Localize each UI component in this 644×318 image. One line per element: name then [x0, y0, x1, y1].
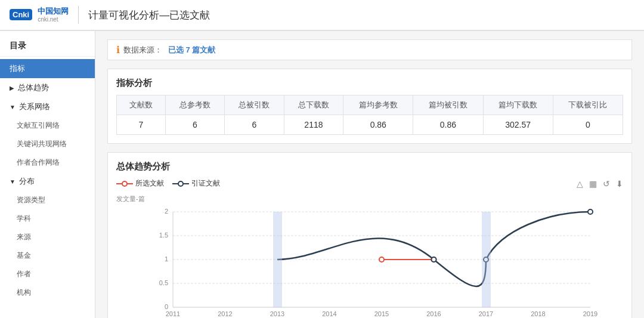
svg-text:1.5: 1.5 — [159, 231, 168, 239]
distribution-arrow: ▼ — [10, 178, 16, 185]
content-area: ℹ 数据来源： 已选 7 篇文献 指标分析 文献数 总参考数 总被引数 总下载数… — [95, 31, 644, 318]
datasource-icon: ℹ — [116, 44, 120, 55]
svg-text:2017: 2017 — [479, 310, 493, 317]
legend-cited-line — [172, 180, 189, 187]
legend-selected: 所选文献 — [116, 178, 164, 189]
col-zongbeiyin: 总被引数 — [225, 95, 284, 115]
col-pianyunbeiyin: 篇均被引数 — [413, 95, 483, 115]
col-pianyuncankao: 篇均参考数 — [343, 95, 413, 115]
tool-refresh-icon[interactable]: ↺ — [603, 179, 610, 189]
col-wenxianshu: 文献数 — [117, 95, 166, 115]
col-zongxiazai: 总下载数 — [284, 95, 343, 115]
sidebar-item-author-label: 作者合作网络 — [17, 158, 60, 168]
legend-selected-line — [116, 180, 133, 187]
tool-export-icon[interactable]: △ — [577, 179, 583, 189]
header: Cnki 中国知网 cnki.net 计量可视化分析—已选文献 — [0, 0, 644, 31]
sidebar-item-cite-network[interactable]: 文献互引网络 — [0, 116, 95, 135]
sidebar-item-subject[interactable]: 学科 — [0, 209, 95, 228]
svg-rect-32 — [482, 212, 491, 307]
chart-tools: △ ▦ ↺ ⬇ — [577, 179, 623, 189]
val-zongxiazai: 2118 — [284, 115, 343, 135]
sidebar-item-cite-label: 文献互引网络 — [17, 121, 60, 131]
sidebar-item-resource-type[interactable]: 资源类型 — [0, 191, 95, 209]
sidebar-item-author2-label: 作者 — [17, 269, 31, 279]
chart-y-label: 发文量-篇 — [116, 194, 623, 203]
logo: Cnki 中国知网 cnki.net — [10, 7, 69, 22]
logo-badge: Cnki — [10, 9, 32, 20]
stats-value-row: 7 6 6 2118 0.86 0.86 302.57 0 — [117, 115, 623, 135]
sidebar: 目录 指标 ▶ 总体趋势 ▼ 关系网络 文献互引网络 关键词共现网络 作者合作网… — [0, 31, 95, 318]
val-zongcankao: 6 — [165, 115, 224, 135]
sidebar-item-org-label: 机构 — [17, 288, 31, 298]
svg-text:2019: 2019 — [583, 310, 597, 317]
svg-point-1 — [122, 181, 127, 186]
page-title: 计量可视化分析—已选文献 — [88, 8, 210, 22]
chart-legend: 所选文献 引证文献 — [116, 178, 220, 189]
col-pianyunxiazai: 篇均下载数 — [483, 95, 553, 115]
sidebar-item-resource-label: 资源类型 — [17, 195, 45, 205]
legend-selected-label: 所选文献 — [135, 178, 164, 189]
tool-bar-icon[interactable]: ▦ — [589, 179, 597, 189]
sidebar-item-author[interactable]: 作者 — [0, 265, 95, 283]
chart-section: 总体趋势分析 所选文献 — [107, 152, 632, 318]
network-arrow: ▼ — [10, 104, 16, 110]
sidebar-item-index-label: 指标 — [10, 63, 25, 74]
sidebar-item-fund[interactable]: 基金 — [0, 246, 95, 265]
sidebar-item-distribution[interactable]: ▼ 分布 — [0, 172, 95, 191]
svg-text:2: 2 — [165, 208, 168, 215]
main-layout: 目录 指标 ▶ 总体趋势 ▼ 关系网络 文献互引网络 关键词共现网络 作者合作网… — [0, 31, 644, 318]
val-pianyuncankao: 0.86 — [343, 115, 413, 135]
datasource-bar: ℹ 数据来源： 已选 7 篇文献 — [107, 39, 632, 60]
svg-point-28 — [432, 257, 436, 262]
sidebar-item-network-label: 关系网络 — [19, 101, 50, 112]
svg-point-3 — [178, 181, 183, 186]
sidebar-item-index[interactable]: 指标 — [0, 59, 95, 78]
sidebar-item-network[interactable]: ▼ 关系网络 — [0, 97, 95, 116]
sidebar-item-keyword-label: 关键词共现网络 — [17, 139, 67, 149]
svg-rect-31 — [273, 212, 282, 307]
svg-point-26 — [379, 257, 384, 262]
sidebar-item-source-label: 来源 — [17, 232, 31, 242]
svg-text:2016: 2016 — [426, 310, 441, 317]
logo-chinese: 中国知网 — [38, 7, 69, 16]
col-xiazaibeiyin: 下载被引比 — [553, 95, 623, 115]
chart-svg: 0 0.5 1 1.5 2 2011 2012 2013 2014 2015 — [116, 206, 623, 318]
val-wenxianshu: 7 — [117, 115, 166, 135]
val-zongbeiyin: 6 — [225, 115, 284, 135]
stats-table: 文献数 总参考数 总被引数 总下载数 篇均参考数 篇均被引数 篇均下载数 下载被… — [116, 95, 623, 135]
sidebar-item-subject-label: 学科 — [17, 214, 31, 224]
datasource-value: 已选 7 篇文献 — [168, 45, 215, 55]
stats-header-row: 文献数 总参考数 总被引数 总下载数 篇均参考数 篇均被引数 篇均下载数 下载被… — [117, 95, 623, 115]
chart-title: 总体趋势分析 — [116, 161, 623, 172]
stats-section: 指标分析 文献数 总参考数 总被引数 总下载数 篇均参考数 篇均被引数 篇均下载… — [107, 69, 632, 144]
legend-cited: 引证文献 — [172, 178, 220, 189]
sidebar-item-trend[interactable]: ▶ 总体趋势 — [0, 78, 95, 97]
legend-cited-label: 引证文献 — [191, 178, 220, 189]
svg-text:2014: 2014 — [322, 310, 336, 317]
svg-text:2011: 2011 — [166, 310, 180, 317]
sidebar-item-fund-label: 基金 — [17, 251, 31, 261]
logo-badge-text: Cnki — [13, 10, 29, 19]
svg-text:2015: 2015 — [374, 310, 389, 317]
header-divider — [78, 6, 79, 24]
svg-point-30 — [588, 209, 593, 214]
sidebar-item-source[interactable]: 来源 — [0, 228, 95, 246]
stats-title: 指标分析 — [116, 78, 623, 89]
svg-text:2018: 2018 — [531, 310, 545, 317]
val-xiazaibeiyin: 0 — [553, 115, 623, 135]
chart-area: 0 0.5 1 1.5 2 2011 2012 2013 2014 2015 — [116, 206, 623, 318]
sidebar-item-author-network[interactable]: 作者合作网络 — [0, 153, 95, 172]
svg-text:0: 0 — [165, 303, 168, 310]
svg-text:1: 1 — [165, 255, 168, 263]
svg-text:0.5: 0.5 — [159, 279, 168, 286]
sidebar-title: 目录 — [0, 36, 95, 57]
sidebar-item-trend-label: 总体趋势 — [18, 82, 49, 93]
chart-header: 所选文献 引证文献 △ ▦ ↺ ⬇ — [116, 178, 623, 189]
sidebar-item-org[interactable]: 机构 — [0, 283, 95, 302]
svg-text:2013: 2013 — [270, 310, 284, 317]
val-pianyunbeiyin: 0.86 — [413, 115, 483, 135]
tool-download-icon[interactable]: ⬇ — [616, 179, 623, 189]
sidebar-item-keyword-network[interactable]: 关键词共现网络 — [0, 135, 95, 153]
val-pianyunxiazai: 302.57 — [483, 115, 553, 135]
trend-arrow: ▶ — [10, 85, 14, 91]
